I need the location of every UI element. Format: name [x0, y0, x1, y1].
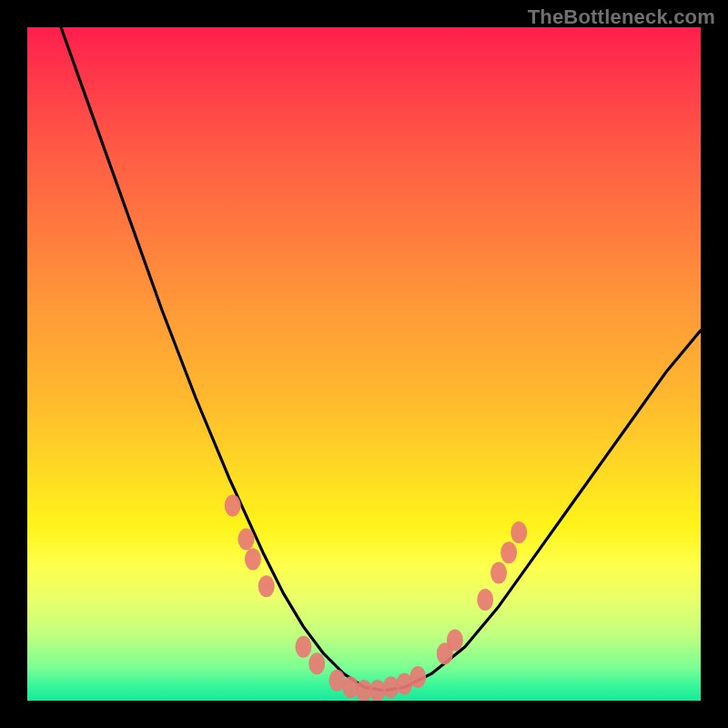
marker-dot [245, 549, 261, 571]
marker-dot [225, 494, 241, 516]
marker-dot [258, 575, 275, 597]
marker-dot [500, 541, 517, 563]
marker-dot [410, 666, 426, 688]
bottleneck-curve [61, 27, 701, 691]
marker-dot [295, 636, 311, 658]
watermark-text: TheBottleneck.com [528, 5, 715, 29]
marker-dot [447, 629, 463, 651]
chart-stage: TheBottleneck.com [0, 0, 728, 728]
marker-dot [477, 589, 493, 611]
marker-group [225, 494, 528, 701]
marker-dot [308, 652, 325, 674]
curve-svg [27, 27, 701, 701]
marker-dot [511, 521, 527, 543]
marker-dot [490, 561, 507, 583]
plot-area [27, 27, 701, 701]
marker-dot [238, 528, 255, 550]
